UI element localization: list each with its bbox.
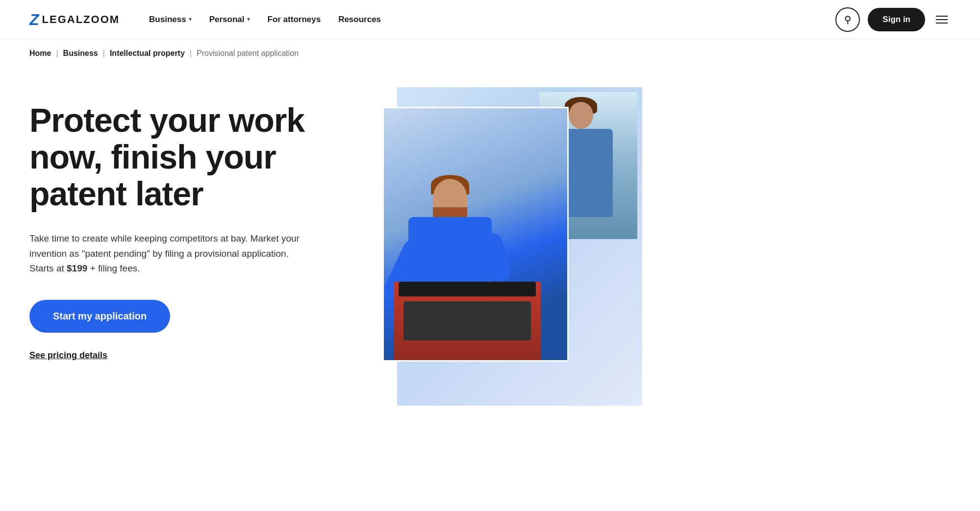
- start-application-button[interactable]: Start my application: [29, 300, 170, 333]
- hero-image-frame: [382, 107, 569, 362]
- machine: [394, 282, 541, 360]
- bg-person-head: [569, 102, 593, 129]
- search-icon: ⚲: [844, 14, 852, 25]
- logo-icon: Z: [29, 12, 39, 27]
- breadcrumb-current: Provisional patent application: [197, 49, 299, 58]
- breadcrumb-business[interactable]: Business: [63, 49, 98, 58]
- hero-section: Protect your work now, finish your paten…: [0, 68, 980, 450]
- nav-right: ⚲ Sign in: [835, 7, 951, 32]
- nav-item-resources[interactable]: Resources: [338, 15, 381, 24]
- machine-top: [399, 282, 536, 296]
- breadcrumb-separator: |: [190, 49, 192, 58]
- hero-description: Take time to create while keeping compet…: [29, 231, 314, 276]
- nav-item-personal[interactable]: Personal ▾: [209, 15, 250, 24]
- breadcrumb-home[interactable]: Home: [29, 49, 51, 58]
- hero-image: [382, 87, 642, 420]
- logo-name: LEGALZOOM: [42, 13, 120, 26]
- main-person: [394, 164, 541, 360]
- hamburger-line: [936, 23, 948, 24]
- hero-desc-suffix: + filing fees.: [87, 263, 140, 273]
- breadcrumb-separator: |: [103, 49, 105, 58]
- machine-detail: [403, 301, 531, 341]
- hero-title: Protect your work now, finish your paten…: [29, 102, 363, 212]
- main-nav: Business ▾ Personal ▾ For attorneys Reso…: [149, 15, 816, 24]
- search-button[interactable]: ⚲: [835, 7, 860, 32]
- hamburger-line: [936, 16, 948, 17]
- logo[interactable]: Z LEGALZOOM: [29, 12, 120, 27]
- header: Z LEGALZOOM Business ▾ Personal ▾ For at…: [0, 0, 980, 39]
- nav-item-attorneys[interactable]: For attorneys: [268, 15, 321, 24]
- chevron-down-icon: ▾: [247, 16, 250, 23]
- hamburger-line: [936, 19, 948, 20]
- nav-item-business[interactable]: Business ▾: [149, 15, 192, 24]
- pricing-link[interactable]: See pricing details: [29, 350, 363, 361]
- signin-button[interactable]: Sign in: [868, 8, 925, 31]
- chevron-down-icon: ▾: [189, 16, 192, 23]
- hero-price: $199: [67, 263, 87, 273]
- breadcrumb-separator: |: [56, 49, 58, 58]
- hero-content: Protect your work now, finish your paten…: [29, 87, 363, 361]
- breadcrumb-ip[interactable]: Intellectual property: [110, 49, 185, 58]
- menu-button[interactable]: [933, 13, 951, 26]
- breadcrumb: Home | Business | Intellectual property …: [0, 39, 980, 68]
